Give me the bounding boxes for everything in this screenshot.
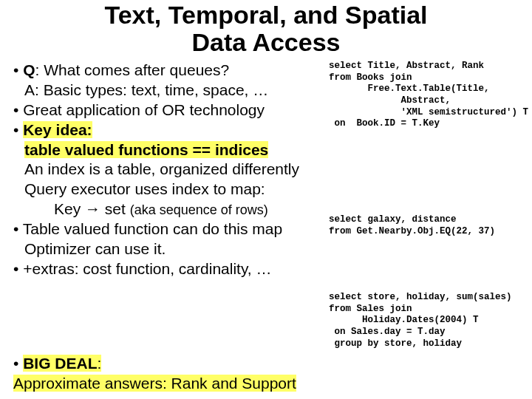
key-set: Key → set	[54, 200, 130, 217]
bullet-1-answer: A: Basic types: text, time, space, …	[13, 81, 361, 100]
big-deal-line1: • BIG DEAL:	[13, 353, 296, 373]
title-line-2: Data Access	[192, 28, 341, 56]
big-deal-label: BIG DEAL	[23, 355, 97, 372]
q-text: : What comes after queues?	[35, 61, 230, 78]
big-deal-text: Approximate answers: Rank and Support	[13, 375, 296, 392]
bullet-1: • Q: What comes after queues?	[13, 61, 361, 81]
code3-l3: Holiday.Dates(2004) T	[329, 315, 479, 325]
code-block-2: select galaxy, distance from Get.Nearby.…	[329, 214, 532, 237]
title-line-1: Text, Temporal, and Spatial	[104, 1, 427, 29]
code1-l3: Free.Text.Table(Title,	[329, 83, 490, 94]
bullet-3-line4: Query executor uses index to map:	[13, 180, 361, 200]
bullet-list: • Q: What comes after queues? A: Basic t…	[13, 61, 361, 279]
slide-title: Text, Temporal, and Spatial Data Access	[0, 1, 532, 57]
key-idea-label: Key idea:	[23, 121, 92, 138]
bullet-3-line3: An index is a table, organized different…	[13, 160, 361, 180]
big-deal-line2: Approximate answers: Rank and Support	[13, 373, 296, 393]
bullet-3-line5: Key → set (aka sequence of rows)	[13, 200, 361, 219]
code2-l2: from Get.Nearby.Obj.EQ(22, 37)	[329, 226, 495, 236]
code1-l4: Abstract,	[329, 95, 451, 106]
bullet-4-text: Table valued function can do this map	[23, 220, 282, 237]
big-deal-colon: :	[98, 355, 102, 372]
a-text: Basic types: text, time, space, …	[39, 81, 268, 98]
bullet-4-line2: Optimizer can use it.	[13, 239, 361, 259]
code-block-1: select Title, Abstract, Rank from Books …	[329, 61, 532, 130]
code3-l4: on Sales.day = T.day	[329, 327, 446, 337]
code3-l1: select store, holiday, sum(sales)	[329, 292, 512, 302]
big-deal-block: • BIG DEAL: Approximate answers: Rank an…	[13, 353, 296, 394]
code1-l5: 'XML semistructured') T	[329, 107, 528, 117]
code3-l2: from Sales join	[329, 304, 412, 314]
code2-l1: select galaxy, distance	[329, 214, 457, 225]
code-block-3: select store, holiday, sum(sales) from S…	[329, 292, 532, 349]
q-label: Q	[23, 61, 35, 78]
bullet-3: • Key idea:	[13, 120, 361, 140]
code3-l5: group by store, holiday	[329, 338, 462, 349]
bullet-2-text: Great application of OR technology	[23, 101, 265, 118]
bullet-4: • Table valued function can do this map	[13, 219, 361, 239]
code1-l2: from Books join	[329, 72, 412, 83]
code1-l1: select Title, Abstract, Rank	[329, 61, 484, 71]
code1-l6: on Book.ID = T.Key	[329, 118, 440, 129]
bullet-5: • +extras: cost function, cardinality, …	[13, 259, 361, 279]
bullet-2: • Great application of OR technology	[13, 100, 361, 120]
bullet-3-line2: table valued functions == indices	[13, 140, 361, 160]
bullet-5-text: +extras: cost function, cardinality, …	[23, 260, 271, 277]
key-idea-text: table valued functions == indices	[24, 141, 268, 158]
a-label: A:	[24, 81, 39, 98]
key-set-paren: (aka sequence of rows)	[130, 202, 268, 217]
